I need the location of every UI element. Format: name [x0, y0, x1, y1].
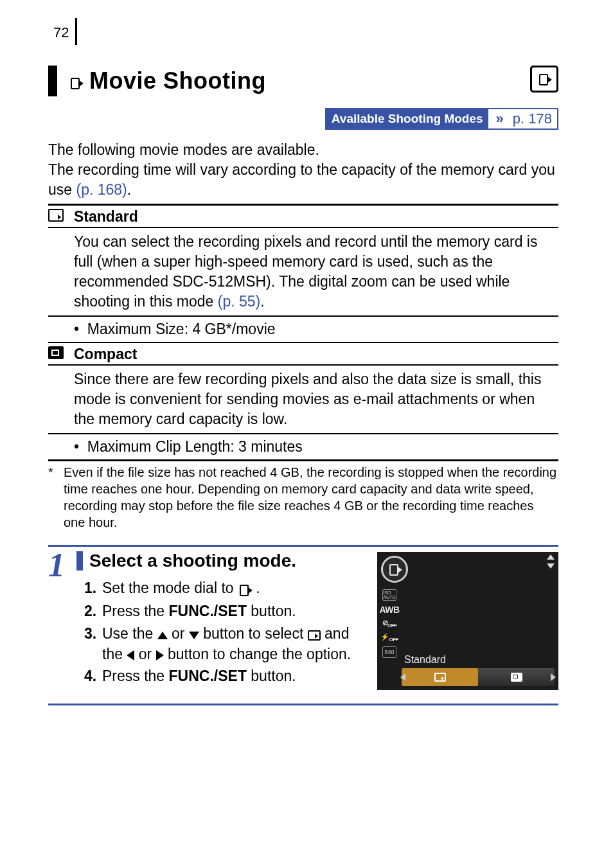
camera-up-indicator-icon	[547, 554, 555, 560]
camera-right-arrow-icon	[551, 673, 556, 681]
step-title: Select a shooting mode.	[89, 551, 296, 571]
camera-mode-dial-icon	[381, 556, 408, 583]
footnote-star: *	[48, 464, 60, 531]
camera-left-arrow-icon	[400, 673, 405, 681]
down-button-icon	[189, 632, 199, 639]
page-ref-168[interactable]: (p. 168)	[76, 181, 127, 198]
step-item-1: Set the mode dial to .	[84, 578, 366, 599]
camera-off1-icon: ⊘OFF	[382, 619, 397, 628]
step-item-4: Press the FUNC./SET button.	[84, 666, 366, 686]
page-ref-55[interactable]: (p. 55)	[218, 293, 260, 310]
standard-option-icon	[308, 630, 321, 641]
camera-selected-label: Standard	[404, 654, 446, 666]
intro-line-1: The following movie modes are available.	[48, 140, 558, 160]
compact-mode-icon	[48, 346, 74, 362]
camera-option-row	[402, 668, 555, 686]
page-number-area: 72	[48, 18, 558, 45]
available-modes-page-ref[interactable]: p. 178	[508, 109, 557, 128]
camera-iso-icon: ISOAUTO	[382, 589, 396, 601]
available-modes-box: Available Shooting Modes » p. 178	[325, 108, 558, 130]
standard-mode-desc-b: .	[260, 293, 264, 310]
footnote: * Even if the file size has not reached …	[48, 464, 558, 531]
movie-icon	[69, 71, 83, 91]
camera-side-icons: ISOAUTO AWB ⊘OFF ⚡OFF 640	[380, 589, 399, 657]
step-title-accent	[76, 551, 83, 571]
title-row: Movie Shooting	[48, 66, 558, 96]
camera-resolution-icon: 640	[382, 646, 396, 658]
chevron-right-icon: »	[490, 109, 508, 128]
left-button-icon	[127, 650, 134, 660]
up-button-icon	[157, 632, 168, 639]
standard-mode-name: Standard	[74, 208, 138, 226]
camera-down-indicator-icon	[547, 563, 555, 569]
camera-awb-icon: AWB	[379, 605, 399, 615]
intro-line-2b: .	[127, 181, 131, 198]
step-list: Set the mode dial to . Press the FUNC./S…	[84, 578, 366, 686]
standard-mode-icon	[48, 209, 74, 225]
camera-option-compact	[478, 668, 555, 686]
compact-mode-note: Maximum Clip Length: 3 minutes	[87, 438, 303, 455]
page-number-divider	[75, 18, 77, 45]
movie-modes-table: Standard You can select the recording pi…	[48, 204, 558, 461]
step-item-3: Use the or button to select and the or b…	[84, 623, 366, 664]
standard-mode-desc-a: You can select the recording pixels and …	[74, 233, 537, 310]
footnote-text: Even if the file size has not reached 4 …	[60, 464, 558, 531]
page-title: Movie Shooting	[89, 67, 266, 94]
compact-mode-desc: Since there are few recording pixels and…	[48, 364, 558, 433]
standard-mode-note: Maximum Size: 4 GB*/movie	[87, 321, 276, 337]
camera-option-compact-icon	[511, 673, 522, 682]
camera-option-standard	[402, 668, 478, 686]
camera-screen-illustration: ISOAUTO AWB ⊘OFF ⚡OFF 640 Standard	[377, 552, 558, 690]
title-accent-bar	[48, 66, 57, 96]
movie-dial-icon	[238, 579, 252, 599]
camera-option-standard-icon	[434, 673, 446, 682]
available-modes-label: Available Shooting Modes	[326, 109, 488, 128]
movie-mode-badge-icon	[530, 66, 558, 93]
intro-paragraph: The following movie modes are available.…	[48, 140, 558, 200]
camera-off2-icon: ⚡OFF	[380, 633, 398, 642]
step-item-2: Press the FUNC./SET button.	[84, 601, 366, 621]
step-block: 1 Select a shooting mode. Set the mode d…	[48, 545, 558, 705]
page-number: 72	[48, 24, 74, 45]
right-button-icon	[156, 650, 164, 660]
compact-mode-name: Compact	[74, 346, 137, 363]
step-number: 1	[48, 551, 76, 695]
